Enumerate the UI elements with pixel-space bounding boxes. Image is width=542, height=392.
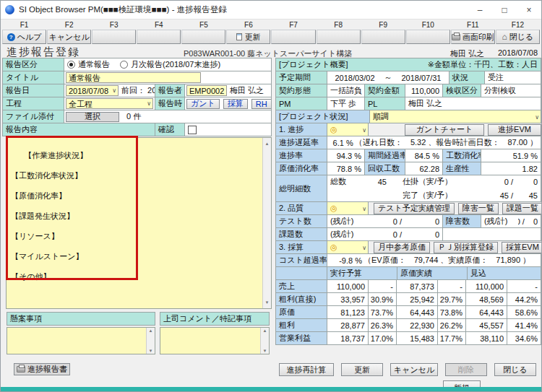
report-date-combo[interactable]: 2018/07/08 ∨ <box>66 85 119 96</box>
minimize-button[interactable]: – <box>468 1 492 19</box>
contract-row: 契約形態 一括請負 契約金額 110,000 検収区分 分割検収 <box>276 84 541 97</box>
app-icon <box>5 5 14 14</box>
finance-cell: 25,942 <box>396 292 438 306</box>
reporter-id-input[interactable]: EMP0002 <box>186 85 227 96</box>
help-icon: ? <box>7 33 15 41</box>
test-plan-actual-button[interactable]: テスト予定実績管理 <box>374 203 455 214</box>
help-button[interactable]: ?ヘルプ <box>2 30 46 44</box>
fkey-button-f8[interactable] <box>317 30 361 44</box>
close-button[interactable]: × <box>517 1 541 19</box>
done-label: 完了（実/予） <box>403 190 452 201</box>
fault-right-value: 0 <box>533 217 538 226</box>
profit-buttons: 月中参考原価 ＰＪ別採算登録 採算EVM <box>368 240 541 254</box>
boss-comment-textarea[interactable]: ▲ ▼ <box>160 327 270 354</box>
radio-normal-report[interactable] <box>67 61 75 69</box>
pm-pl-row: PM 下平 歩 PL 梅田 弘之 <box>276 97 541 110</box>
done-right: 45 <box>513 191 541 200</box>
report-date-value: 2018/07/08 <box>69 87 108 95</box>
file-select-button[interactable]: 選択 <box>66 112 119 122</box>
issue-list-button[interactable]: 課題一覧 <box>502 203 541 214</box>
issue-empty-cell <box>442 227 541 241</box>
gantt-button[interactable]: ガント <box>186 99 220 109</box>
confirm-checkbox[interactable] <box>188 126 197 134</box>
title-cell: 通常報告 <box>64 71 272 84</box>
fkey-label-f4: F4 <box>137 20 181 30</box>
gantt-chart-button[interactable]: ガントチャート <box>405 124 484 136</box>
cancel-button[interactable]: キャンセル <box>390 363 438 376</box>
report-date-cell: 2018/07/08 ∨ 前回： 2018/08/27 <box>64 84 155 97</box>
process-cell: 全工程 ∨ <box>64 97 155 110</box>
process-label: 工程 <box>2 97 64 110</box>
saisan-button[interactable]: 採算 <box>223 99 248 109</box>
help-button-label: ヘルプ <box>17 32 42 43</box>
finance-cell: 22,930 <box>396 318 438 332</box>
delay-rate-row: 進捗遅延率 6.1 % （遅れ日数： 5.32 、報告時計画日数： 87.00 … <box>276 136 541 149</box>
fkey-button-f3[interactable] <box>92 30 136 44</box>
fault-list-button[interactable]: 障害一覧 <box>458 203 499 214</box>
fkey-col-f8: F8 <box>317 20 361 44</box>
fkey-button-f5[interactable] <box>181 30 225 44</box>
progress-rating-combo[interactable]: ◎ ∨ <box>327 123 369 136</box>
cost-consumption-label: 原価消化率 <box>275 162 327 175</box>
fkey-button-f7[interactable] <box>271 30 315 44</box>
pj-profit-entry-button[interactable]: ＰＪ別採算登録 <box>434 242 498 253</box>
issue-count-row: 課題数 (残/計) 0 / 0 <box>276 227 541 241</box>
progress-evm-button[interactable]: 進捗EVM <box>488 124 541 136</box>
elapsed-rate-value: 84.5 % <box>405 149 443 162</box>
file-count: 0 件 <box>126 111 141 122</box>
update-button[interactable]: 更新 <box>341 363 383 376</box>
issue-left-value: 0 / <box>364 227 405 241</box>
pending-textarea[interactable]: ▲ ▼ <box>7 327 155 354</box>
chevron-down-icon: ∨ <box>362 244 366 251</box>
period-value: 2018/03/02 ～ 2018/07/31 <box>327 71 449 84</box>
fkey-button-f10[interactable] <box>406 30 450 44</box>
pending-scrollbar[interactable]: ▲ ▼ <box>146 328 155 354</box>
project-status-combo[interactable]: 順調 ∨ <box>369 110 541 123</box>
manhour-rate-label: 工数消化率 <box>442 149 481 162</box>
close-fkey-label: 閉じる <box>509 32 534 43</box>
test-ratio-label: (残/計) <box>327 214 365 228</box>
file-attach-cell: 選択 0 件 <box>64 110 272 123</box>
close-screen-button[interactable]: 閉じる <box>494 363 536 376</box>
fkey-label-f2: F2 <box>47 20 91 30</box>
midmonth-cost-button[interactable]: 月中参考原価 <box>374 242 430 253</box>
finance-cell: 81,123 <box>327 305 369 319</box>
progress-report-doc-button[interactable]: 進捗報告書 <box>14 363 70 375</box>
recalc-progress-button[interactable]: 進捗再計算 <box>279 363 334 376</box>
maximize-button[interactable]: □ <box>492 1 517 19</box>
close-fkey-button[interactable]: ⌂閉じる <box>496 30 540 44</box>
fkey-label-f3: F3 <box>92 20 136 30</box>
project-status-value: 順調 <box>373 111 389 122</box>
update-fkey-button[interactable]: 更新 <box>226 30 270 44</box>
document-icon <box>236 33 242 40</box>
rh-button[interactable]: RH <box>251 99 272 109</box>
scroll-up-icon: ▲ <box>149 328 153 333</box>
detail-count-label: 総明細数 <box>275 175 327 202</box>
scroll-down-icon: ▼ <box>263 349 267 353</box>
fkey-col-f10: F10 <box>406 20 450 44</box>
process-combo[interactable]: 全工程 ∨ <box>66 98 153 109</box>
chevron-down-icon: ∨ <box>362 126 366 133</box>
quality-section-label: 2. 品質 <box>275 201 327 215</box>
fkey-button-f4[interactable] <box>137 30 181 44</box>
title-input[interactable]: 通常報告 <box>66 72 201 83</box>
contract-type-value: 一括請負 <box>327 84 365 97</box>
cancel-fkey-button[interactable]: キャンセル <box>47 30 91 44</box>
fkey-button-f9[interactable] <box>361 30 405 44</box>
report-body-textarea[interactable]: 【作業進捗状況】 【工数消化率状況】 【原価消化率】 【課題発生状況】 【リソー… <box>6 137 272 309</box>
delay-rate-value-cell: 6.1 % （遅れ日数： 5.32 、報告時計画日数： 87.00 ） <box>327 136 541 149</box>
productivity-label: 生産性 <box>442 162 481 175</box>
unit-note: ※金額単位：千円、工数：人日 <box>428 59 538 70</box>
finance-row-sales: 売上 110,000 - 87,373 - 110,000 - <box>276 279 541 293</box>
titlebar: SI Object Browser PM(■■■検証環境■■■) - 進捗報告登… <box>1 1 541 19</box>
boss-comment-scrollbar[interactable]: ▲ ▼ <box>260 328 269 354</box>
profit-rating-combo[interactable]: ◎ ∨ <box>327 240 369 254</box>
radio-normal-label: 通常報告 <box>78 59 110 70</box>
quality-rating-combo[interactable]: ◎ ∨ <box>327 201 369 215</box>
profit-evm-button[interactable]: 採算EVM <box>502 242 541 253</box>
report-body-scrollbar[interactable]: ▲ ▼ <box>262 138 271 308</box>
print-screen-button[interactable]: 画面印刷 <box>451 30 495 44</box>
report-content-row: 報告内容 確認 <box>3 123 272 136</box>
fkey-label-f1: F1 <box>2 20 46 30</box>
radio-monthly-report[interactable] <box>120 61 128 69</box>
